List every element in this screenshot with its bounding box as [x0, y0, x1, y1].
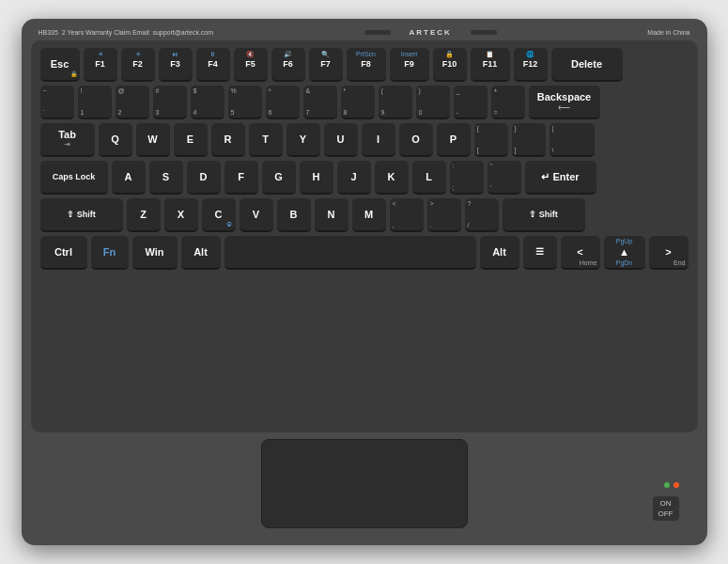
bottom-row: Ctrl Fn Win Alt Alt ☰ < Home PgUp ▲ PgDn… — [40, 236, 689, 270]
key-rshift[interactable]: ⇧ Shift — [503, 198, 585, 232]
green-led — [664, 482, 670, 488]
brand-name: ARTECK — [410, 28, 452, 37]
key-space[interactable] — [225, 236, 476, 270]
key-3[interactable]: # 3 — [153, 86, 187, 119]
key-n[interactable]: N — [315, 198, 349, 232]
key-f[interactable]: F — [225, 161, 258, 195]
key-f10[interactable]: 🔒 F10 — [433, 48, 467, 82]
key-menu[interactable]: ☰ — [523, 236, 557, 270]
power-switch[interactable]: ON OFF — [653, 496, 679, 521]
key-esc[interactable]: Esc 🔒 — [40, 48, 80, 82]
top-bar-center: ARTECK — [364, 28, 497, 37]
key-v[interactable]: V — [240, 198, 273, 232]
key-f1[interactable]: ☀ F1 — [84, 48, 117, 82]
key-9[interactable]: ( 9 — [379, 86, 412, 119]
qwerty-row: Tab ⇥ Q W E R T Y U I O P { [ } ] | \ — [40, 123, 689, 157]
key-equals[interactable]: + = — [491, 86, 525, 119]
shift-row: ⇧ Shift Z X C ⦿ V B N M < , > . ? / — [40, 198, 689, 232]
key-lalt[interactable]: Alt — [181, 236, 221, 270]
key-backslash[interactable]: | \ — [550, 123, 595, 157]
touchpad[interactable] — [261, 439, 468, 528]
key-semicolon[interactable]: : ; — [450, 161, 484, 195]
key-u[interactable]: U — [324, 123, 358, 157]
key-comma[interactable]: < , — [390, 198, 424, 232]
key-0[interactable]: ) 0 — [416, 86, 450, 119]
key-left-home[interactable]: < Home — [561, 236, 600, 270]
led-indicators — [664, 482, 679, 488]
key-backtick[interactable]: ~ ` — [40, 86, 74, 119]
key-s[interactable]: S — [149, 161, 183, 195]
home-row: Caps Lock A S D F G H J K L : ; " ' ↵ En… — [40, 161, 689, 195]
touchpad-area: ON OFF — [31, 432, 698, 536]
key-fn[interactable]: Fn — [91, 236, 129, 270]
key-d[interactable]: D — [187, 161, 221, 195]
key-t[interactable]: T — [249, 123, 283, 157]
side-controls: ON OFF — [653, 482, 679, 521]
key-slash[interactable]: ? / — [465, 198, 499, 232]
key-x[interactable]: X — [164, 198, 198, 232]
model-info: HB335 2 Years Warranty Claim Email: supp… — [39, 29, 214, 36]
orange-led — [674, 482, 679, 488]
key-f4[interactable]: ⏸ F4 — [196, 48, 230, 82]
key-q[interactable]: Q — [99, 123, 132, 157]
key-ctrl[interactable]: Ctrl — [40, 236, 87, 270]
key-f12[interactable]: 🌐 F12 — [514, 48, 548, 82]
key-o[interactable]: O — [399, 123, 433, 157]
key-1[interactable]: ! 1 — [78, 86, 112, 119]
key-backspace[interactable]: Backspace ⟵ — [529, 86, 600, 119]
number-row: ~ ` ! 1 @ 2 # 3 $ 4 % 5 — [40, 86, 689, 119]
key-f2[interactable]: ☀ F2 — [121, 48, 155, 82]
key-h[interactable]: H — [300, 161, 333, 195]
made-in: Made in China — [647, 29, 689, 36]
key-minus[interactable]: _ - — [454, 86, 488, 119]
key-k[interactable]: K — [375, 161, 409, 195]
key-period[interactable]: > . — [427, 198, 461, 232]
key-pgup-pgdn[interactable]: PgUp ▲ PgDn — [604, 236, 645, 270]
key-b[interactable]: B — [277, 198, 311, 232]
key-lshift[interactable]: ⇧ Shift — [40, 198, 123, 232]
key-a[interactable]: A — [112, 161, 146, 195]
key-g[interactable]: G — [262, 161, 296, 195]
key-f3[interactable]: ⏯ F3 — [159, 48, 193, 82]
key-tab[interactable]: Tab ⇥ — [40, 123, 95, 157]
key-z[interactable]: Z — [127, 198, 161, 232]
key-4[interactable]: $ 4 — [191, 86, 225, 119]
key-7[interactable]: & 7 — [303, 86, 337, 119]
key-w[interactable]: W — [136, 123, 170, 157]
key-f11[interactable]: 📋 F11 — [471, 48, 510, 82]
top-bar: HB335 2 Years Warranty Claim Email: supp… — [31, 26, 698, 40]
key-c[interactable]: C ⦿ — [202, 198, 236, 232]
key-win[interactable]: Win — [132, 236, 178, 270]
key-6[interactable]: ^ 6 — [266, 86, 300, 119]
key-r[interactable]: R — [211, 123, 245, 157]
key-2[interactable]: @ 2 — [116, 86, 149, 119]
key-l[interactable]: L — [412, 161, 446, 195]
key-right-end[interactable]: > End — [649, 236, 689, 270]
key-5[interactable]: % 5 — [228, 86, 262, 119]
keys-area: Esc 🔒 ☀ F1 ☀ F2 ⏯ F3 ⏸ F4 🔇 F5 — [31, 40, 698, 432]
key-capslock[interactable]: Caps Lock — [40, 161, 108, 195]
key-quote[interactable]: " ' — [488, 161, 521, 195]
key-j[interactable]: J — [337, 161, 371, 195]
key-f8[interactable]: PrtScn F8 — [347, 48, 386, 82]
key-p[interactable]: P — [437, 123, 471, 157]
bluetooth-icon: ⦿ — [226, 222, 232, 227]
key-rbracket[interactable]: } ] — [512, 123, 546, 157]
keyboard-device: HB335 2 Years Warranty Claim Email: supp… — [22, 19, 707, 545]
connector-right — [471, 30, 497, 35]
key-f6[interactable]: 🔊 F6 — [271, 48, 305, 82]
key-f7[interactable]: 🔍 F7 — [309, 48, 343, 82]
key-enter[interactable]: ↵ Enter — [525, 161, 596, 195]
key-i[interactable]: I — [362, 123, 395, 157]
key-f9[interactable]: Insert F9 — [390, 48, 429, 82]
key-f5[interactable]: 🔇 F5 — [234, 48, 268, 82]
fn-row: Esc 🔒 ☀ F1 ☀ F2 ⏯ F3 ⏸ F4 🔇 F5 — [40, 48, 689, 82]
key-m[interactable]: M — [352, 198, 386, 232]
key-y[interactable]: Y — [287, 123, 320, 157]
key-e[interactable]: E — [174, 123, 208, 157]
connector-left — [364, 30, 391, 35]
key-ralt[interactable]: Alt — [480, 236, 519, 270]
key-8[interactable]: * 8 — [341, 86, 375, 119]
key-delete[interactable]: Delete — [551, 48, 623, 82]
key-lbracket[interactable]: { [ — [474, 123, 508, 157]
